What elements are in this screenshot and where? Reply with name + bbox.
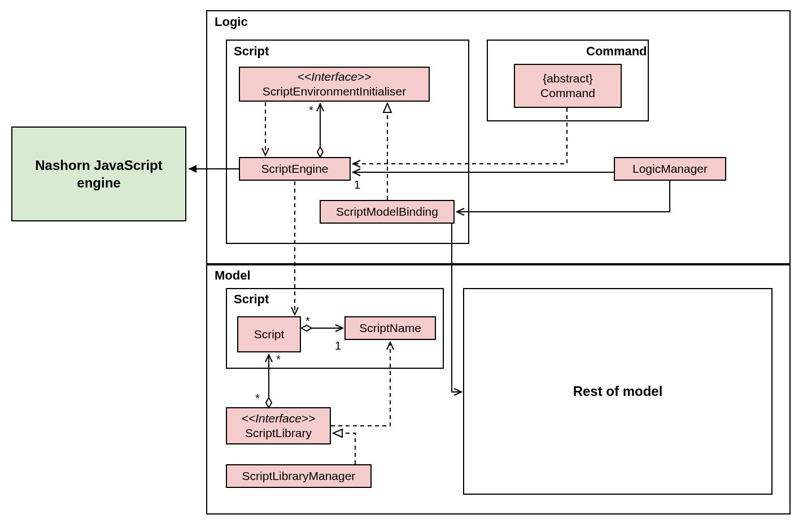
- script-library-manager-box: ScriptLibraryManager: [226, 464, 372, 488]
- mult-star-script-below: *: [276, 353, 281, 366]
- mult-star-library: *: [255, 392, 260, 405]
- rest-of-model-label: Rest of model: [573, 383, 663, 399]
- script-library-box: <<Interface>> ScriptLibrary: [226, 407, 331, 444]
- script-name-name: ScriptName: [359, 321, 421, 335]
- script-model-binding-box: ScriptModelBinding: [320, 200, 455, 224]
- command-name: Command: [540, 86, 595, 101]
- script-model-binding-name: ScriptModelBinding: [336, 204, 438, 219]
- logic-manager-name: LogicManager: [632, 162, 708, 176]
- logic-manager-box: LogicManager: [614, 157, 726, 181]
- mult-star-top: *: [309, 104, 313, 117]
- mult-one-scriptengine: 1: [354, 178, 360, 191]
- script-name: Script: [254, 327, 285, 342]
- mult-star-script-right: *: [306, 315, 310, 328]
- script-engine-box: ScriptEngine: [239, 157, 351, 181]
- nashorn-line2: engine: [35, 174, 162, 191]
- script-name-box: ScriptName: [344, 316, 436, 340]
- command-stereotype: {abstract}: [543, 71, 593, 86]
- nashorn-line1: Nashorn JavaScript: [35, 156, 162, 174]
- script-box: Script: [237, 316, 301, 352]
- script-engine-name: ScriptEngine: [261, 162, 328, 176]
- script-env-initialiser-name: ScriptEnvironmentInitialiser: [263, 84, 406, 99]
- script-library-stereotype: <<Interface>>: [242, 411, 316, 426]
- script-library-manager-name: ScriptLibraryManager: [242, 469, 356, 483]
- nashorn-box: Nashorn JavaScript engine: [11, 127, 186, 221]
- mult-one-scriptname: 1: [335, 339, 341, 352]
- script-library-name: ScriptLibrary: [245, 426, 312, 441]
- script-env-initialiser-stereotype: <<Interface>>: [298, 69, 372, 84]
- script-env-initialiser-box: <<Interface>> ScriptEnvironmentInitialis…: [239, 67, 430, 102]
- rest-of-model-box: Rest of model: [463, 288, 773, 495]
- command-box: {abstract} Command: [514, 64, 622, 108]
